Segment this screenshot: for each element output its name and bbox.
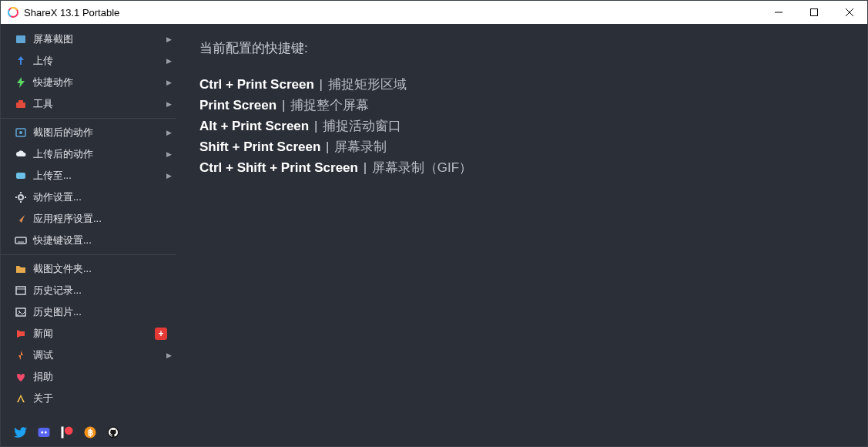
menu-item-label: 上传后的动作 xyxy=(33,147,161,161)
bitcoin-icon[interactable]: ฿ xyxy=(82,425,98,440)
toolbox-icon xyxy=(15,98,27,110)
menu-item-screenshot[interactable]: 屏幕截图▶ xyxy=(1,29,176,50)
svg-rect-4 xyxy=(811,9,818,16)
menu-item-gear[interactable]: 动作设置... xyxy=(1,187,176,208)
svg-rect-18 xyxy=(15,237,26,244)
history-icon xyxy=(15,284,27,297)
body-area: 屏幕截图▶上传▶快捷动作▶工具▶截图后的动作▶上传后的动作▶上传至...▶动作设… xyxy=(1,24,867,446)
hotkey-key: Print Screen xyxy=(199,98,276,113)
submenu-arrow-icon: ▶ xyxy=(161,57,176,65)
about-icon xyxy=(15,392,27,405)
content-heading: 当前配置的快捷键: xyxy=(199,39,844,57)
menu-item-cloud[interactable]: 上传后的动作▶ xyxy=(1,143,176,165)
menu-item-label: 调试 xyxy=(33,348,161,362)
menu-item-donate[interactable]: 捐助 xyxy=(1,366,176,388)
menu-item-upload[interactable]: 上传▶ xyxy=(1,50,176,72)
submenu-arrow-icon: ▶ xyxy=(161,35,176,43)
submenu-arrow-icon: ▶ xyxy=(161,172,176,180)
minimize-button[interactable] xyxy=(761,1,796,24)
menu-item-label: 上传至... xyxy=(33,169,161,183)
menu-item-label: 历史图片... xyxy=(33,305,176,319)
menu-item-lightning[interactable]: 快捷动作▶ xyxy=(1,72,176,93)
svg-text:฿: ฿ xyxy=(88,428,93,437)
maximize-button[interactable] xyxy=(796,1,832,24)
svg-point-25 xyxy=(41,432,43,434)
gear-icon xyxy=(15,191,27,203)
menu-item-label: 捐助 xyxy=(33,370,176,384)
hotkey-separator: | xyxy=(360,160,370,175)
menu-item-label: 动作设置... xyxy=(33,190,176,204)
hotkey-description: 屏幕录制（GIF） xyxy=(372,160,472,175)
app-settings-icon xyxy=(15,213,27,225)
menu-separator xyxy=(1,254,176,255)
svg-rect-20 xyxy=(16,287,25,294)
hotkey-list: Ctrl + Print Screen | 捕捉矩形区域Print Screen… xyxy=(199,76,844,176)
menu-item-folder[interactable]: 截图文件夹... xyxy=(1,258,176,280)
keyboard-icon xyxy=(15,234,27,247)
hotkey-description: 捕捉矩形区域 xyxy=(328,77,407,92)
menu-item-label: 应用程序设置... xyxy=(33,212,176,226)
menu-item-label: 新闻 xyxy=(33,327,155,341)
titlebar[interactable]: ShareX 13.1 Portable xyxy=(1,1,867,24)
menu-item-toolbox[interactable]: 工具▶ xyxy=(1,93,176,115)
menu-item-label: 截图文件夹... xyxy=(33,262,176,276)
hotkey-separator: | xyxy=(316,77,327,92)
menu-item-destination[interactable]: 上传至...▶ xyxy=(1,165,176,187)
sidebar: 屏幕截图▶上传▶快捷动作▶工具▶截图后的动作▶上传后的动作▶上传至...▶动作设… xyxy=(1,24,176,446)
menu-item-label: 快捷键设置... xyxy=(33,234,176,247)
submenu-arrow-icon: ▶ xyxy=(161,79,176,86)
svg-rect-9 xyxy=(18,100,23,103)
menu-item-keyboard[interactable]: 快捷键设置... xyxy=(1,230,176,251)
menu-item-image-history[interactable]: 历史图片... xyxy=(1,301,176,323)
hotkey-separator: | xyxy=(322,139,333,154)
app-window: ShareX 13.1 Portable 屏幕截图▶上传▶快捷动作▶工具▶截图后… xyxy=(0,0,868,447)
hotkey-row: Shift + Print Screen | 屏幕录制 xyxy=(199,138,844,156)
hotkey-row: Alt + Print Screen | 捕捉活动窗口 xyxy=(199,117,844,135)
menu-item-news[interactable]: 新闻+ xyxy=(1,323,176,344)
content-area: 当前配置的快捷键: Ctrl + Print Screen | 捕捉矩形区域Pr… xyxy=(176,24,867,446)
svg-rect-8 xyxy=(16,103,25,108)
menu-item-label: 关于 xyxy=(33,392,176,405)
menu-item-after-capture[interactable]: 截图后的动作▶ xyxy=(1,122,176,143)
folder-icon xyxy=(15,263,27,275)
patreon-icon[interactable] xyxy=(59,425,75,440)
menu-item-label: 上传 xyxy=(33,54,161,68)
menu-item-about[interactable]: 关于 xyxy=(1,388,176,409)
image-history-icon xyxy=(15,306,27,318)
hotkey-description: 屏幕录制 xyxy=(334,139,387,154)
upload-icon xyxy=(15,55,27,67)
menu-item-label: 屏幕截图 xyxy=(33,32,161,46)
close-button[interactable] xyxy=(832,1,867,24)
menu-item-app-settings[interactable]: 应用程序设置... xyxy=(1,208,176,230)
hotkey-row: Ctrl + Print Screen | 捕捉矩形区域 xyxy=(199,76,844,93)
menu-separator xyxy=(1,118,176,119)
destination-icon xyxy=(15,170,27,182)
hotkey-separator: | xyxy=(278,98,289,113)
hotkey-key: Ctrl + Shift + Print Screen xyxy=(199,160,358,175)
twitter-icon[interactable] xyxy=(13,425,28,440)
svg-point-11 xyxy=(19,131,22,134)
github-icon[interactable] xyxy=(106,425,121,440)
submenu-arrow-icon: ▶ xyxy=(161,129,176,136)
menu-item-history[interactable]: 历史记录... xyxy=(1,280,176,301)
menu-item-debug[interactable]: 调试▶ xyxy=(1,344,176,366)
social-bar: ฿ xyxy=(1,418,176,446)
svg-rect-7 xyxy=(16,35,25,43)
cloud-icon xyxy=(15,148,27,160)
svg-point-26 xyxy=(45,432,47,434)
screenshot-icon xyxy=(15,33,27,45)
hotkey-key: Ctrl + Print Screen xyxy=(199,77,314,92)
menu-item-label: 工具 xyxy=(33,97,161,111)
hotkey-row: Ctrl + Shift + Print Screen | 屏幕录制（GIF） xyxy=(199,159,844,176)
submenu-arrow-icon: ▶ xyxy=(161,150,176,158)
hotkey-key: Alt + Print Screen xyxy=(199,119,309,133)
menu-item-label: 历史记录... xyxy=(33,284,176,297)
after-capture-icon xyxy=(15,126,27,139)
svg-point-13 xyxy=(18,195,23,200)
app-icon xyxy=(7,6,19,18)
discord-icon[interactable] xyxy=(36,425,52,440)
menu-item-label: 快捷动作 xyxy=(33,76,161,89)
svg-point-27 xyxy=(65,427,73,435)
menu-item-label: 截图后的动作 xyxy=(33,126,161,139)
news-badge: + xyxy=(155,328,167,340)
